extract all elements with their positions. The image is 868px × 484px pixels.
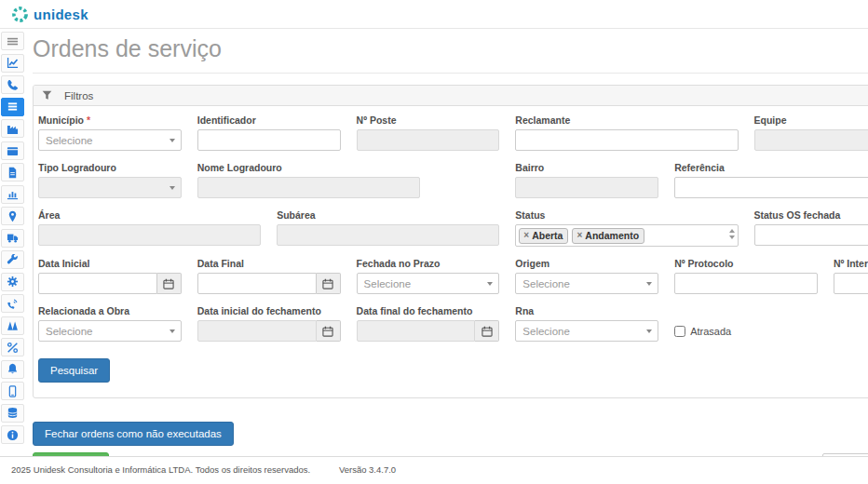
field-tipo-logradouro: Tipo Logradouro	[38, 162, 182, 198]
wallet-icon	[7, 144, 19, 156]
status-spinner[interactable]	[729, 229, 735, 239]
equipe-input	[754, 129, 868, 151]
hamburger-menu-icon[interactable]	[1, 32, 24, 50]
status-os-fechada-input[interactable]	[754, 224, 868, 246]
sidebar-item-documents[interactable]	[1, 163, 24, 182]
nome-logradouro-input	[197, 177, 420, 198]
data-inicial-input[interactable]	[38, 273, 157, 294]
sidebar-item-info[interactable]	[1, 425, 24, 444]
data-inicial-label: Data Inicial	[38, 258, 182, 269]
origem-select-value: Selecione	[522, 278, 570, 289]
document-icon	[7, 167, 19, 179]
filters-panel-header[interactable]: Filtros	[34, 86, 868, 106]
municipio-label: Município	[38, 114, 84, 126]
fechada-no-prazo-select-value: Selecione	[364, 278, 412, 289]
municipio-select[interactable]: Selecione	[38, 129, 182, 151]
data-inicial-fechamento-input	[197, 320, 317, 342]
origem-select[interactable]: Selecione	[515, 273, 658, 294]
n-protocolo-input[interactable]	[674, 273, 818, 294]
field-reclamante: Reclamante	[515, 114, 738, 151]
field-area: Área	[38, 209, 261, 247]
unidesk-logo[interactable]: unidesk	[11, 6, 88, 23]
sidebar-item-service-orders[interactable]	[1, 98, 24, 116]
fechar-ordens-button[interactable]: Fechar ordens como não executadas	[33, 422, 234, 446]
relacionada-a-obra-label: Relacionada a Obra	[38, 305, 182, 316]
n-poste-input	[357, 129, 500, 151]
field-data-inicial-fechamento: Data inicial do fechamento	[197, 305, 341, 342]
remove-tag-icon[interactable]: ×	[523, 230, 529, 240]
field-fechada-no-prazo: Fechada no Prazo Selecione	[357, 258, 500, 294]
calendar-icon	[163, 278, 174, 289]
tipo-logradouro-label: Tipo Logradouro	[38, 162, 182, 173]
relacionada-a-obra-select[interactable]: Selecione	[38, 320, 182, 342]
fechada-no-prazo-select[interactable]: Selecione	[357, 273, 500, 294]
sidebar-item-calls[interactable]	[1, 75, 24, 94]
referencia-label: Referência	[674, 162, 868, 173]
status-tag-andamento: ×Andamento	[572, 228, 644, 244]
n-poste-label: Nº Poste	[357, 114, 500, 126]
filters-panel-body: Município * Selecione Identificador Nº P…	[34, 106, 868, 397]
rna-select[interactable]: Selecione	[515, 320, 658, 342]
n-interno-prefeitura-input[interactable]	[834, 273, 868, 294]
field-relacionada-a-obra: Relacionada a Obra Selecione	[38, 305, 182, 342]
binoculars-icon	[7, 319, 19, 331]
percent-icon	[7, 342, 19, 354]
app-header: unidesk	[0, 0, 868, 29]
subarea-label: Subárea	[277, 209, 499, 221]
sidebar-item-maintenance[interactable]	[1, 250, 24, 269]
sidebar-item-wallet[interactable]	[1, 141, 24, 160]
calendar-icon	[481, 326, 493, 337]
sidebar-item-reports[interactable]	[1, 185, 24, 204]
chevron-down-icon	[487, 282, 493, 286]
rna-select-value: Selecione	[522, 326, 570, 337]
phone-volume-icon	[7, 298, 19, 310]
chevron-down-icon	[170, 186, 175, 190]
referencia-input[interactable]	[674, 177, 868, 198]
sidebar-item-map[interactable]	[1, 207, 24, 225]
sidebar-item-inspection[interactable]	[1, 316, 24, 335]
status-multiselect[interactable]: ×Aberta ×Andamento	[515, 224, 738, 247]
chevron-down-icon	[646, 329, 652, 333]
field-rna: Rna Selecione	[515, 305, 658, 342]
sidebar-item-fleet[interactable]	[1, 229, 24, 248]
data-final-fechamento-label: Data final do fechamento	[357, 305, 500, 316]
data-final-calendar-button[interactable]	[317, 273, 341, 294]
data-final-fechamento-calendar-button	[475, 320, 499, 342]
sidebar-item-mobile[interactable]	[1, 382, 24, 400]
field-status: Status ×Aberta ×Andamento	[515, 209, 738, 247]
sidebar	[0, 32, 25, 448]
field-origem: Origem Selecione	[515, 258, 658, 294]
chevron-down-icon	[646, 282, 652, 286]
sidebar-item-call-center[interactable]	[1, 294, 24, 313]
atrasada-checkbox[interactable]	[674, 326, 685, 337]
status-tag-aberta: ×Aberta	[519, 228, 568, 244]
field-atrasada[interactable]: Atrasada	[674, 305, 818, 342]
pesquisar-button[interactable]: Pesquisar	[38, 358, 110, 383]
identificador-label: Identificador	[197, 114, 341, 126]
footer-version: Versão 3.4.7.0	[339, 464, 396, 475]
data-inicial-calendar-button[interactable]	[157, 273, 182, 294]
sidebar-item-settings[interactable]	[1, 273, 24, 291]
data-inicial-fechamento-calendar-button	[317, 320, 341, 342]
status-tag-label: Andamento	[585, 230, 639, 241]
remove-tag-icon[interactable]: ×	[576, 230, 582, 240]
tipo-logradouro-select	[38, 177, 182, 198]
calendar-icon	[322, 326, 333, 337]
sidebar-item-database[interactable]	[1, 404, 24, 423]
field-data-final-fechamento: Data final do fechamento	[357, 305, 500, 342]
sidebar-item-discounts[interactable]	[1, 338, 24, 356]
n-protocolo-label: Nº Protocolo	[674, 258, 818, 269]
page-title: Ordens de serviço	[33, 35, 868, 62]
map-marker-icon	[7, 210, 19, 222]
sidebar-item-dashboard[interactable]	[1, 54, 24, 73]
sidebar-item-industry[interactable]	[1, 119, 24, 138]
field-data-inicial: Data Inicial	[38, 258, 182, 294]
origem-label: Origem	[515, 258, 658, 269]
area-label: Área	[38, 209, 261, 221]
data-final-input[interactable]	[197, 273, 317, 294]
atrasada-label: Atrasada	[690, 326, 731, 337]
identificador-input[interactable]	[197, 129, 341, 151]
field-nome-logradouro: Nome Logradouro	[197, 162, 420, 198]
reclamante-input[interactable]	[515, 129, 738, 151]
sidebar-item-notifications[interactable]	[1, 360, 24, 379]
